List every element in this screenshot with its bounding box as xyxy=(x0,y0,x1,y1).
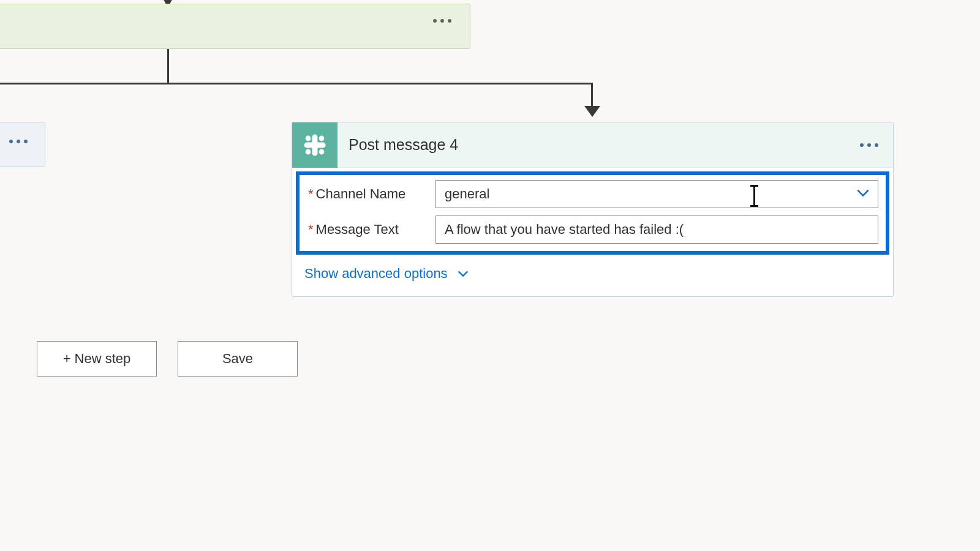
save-button[interactable]: Save xyxy=(178,341,298,377)
card-header[interactable]: Post message 4 xyxy=(292,122,893,168)
channel-name-input[interactable] xyxy=(435,180,878,208)
svg-rect-3 xyxy=(315,142,326,148)
highlighted-fields: *Channel Name *Message Text xyxy=(296,171,889,255)
chevron-down-icon xyxy=(456,267,470,280)
message-text-row: *Message Text xyxy=(301,212,884,247)
message-text-label: *Message Text xyxy=(307,222,435,238)
svg-point-4 xyxy=(306,135,311,141)
post-message-card: Post message 4 *Channel Name *Message Te… xyxy=(292,122,894,297)
svg-point-6 xyxy=(306,149,311,154)
show-advanced-options[interactable]: Show advanced options xyxy=(292,255,893,296)
connector-arrow xyxy=(584,106,600,117)
branch-card-partial[interactable] xyxy=(0,122,45,167)
condition-card-partial[interactable] xyxy=(0,4,470,49)
new-step-button[interactable]: + New step xyxy=(37,341,157,377)
svg-point-5 xyxy=(319,135,325,141)
connector-line xyxy=(0,83,593,84)
connector-line xyxy=(167,49,169,83)
more-icon[interactable] xyxy=(9,140,28,143)
text-cursor-icon xyxy=(753,186,755,206)
slack-icon xyxy=(292,122,337,168)
message-text-input[interactable] xyxy=(435,216,878,244)
channel-name-row: *Channel Name xyxy=(301,176,884,212)
channel-name-label: *Channel Name xyxy=(307,186,435,202)
more-icon[interactable] xyxy=(433,19,451,23)
action-buttons: + New step Save xyxy=(37,341,298,377)
connector-line xyxy=(591,83,593,108)
more-icon[interactable] xyxy=(860,143,878,147)
svg-point-7 xyxy=(319,149,325,154)
card-title: Post message 4 xyxy=(349,136,860,154)
